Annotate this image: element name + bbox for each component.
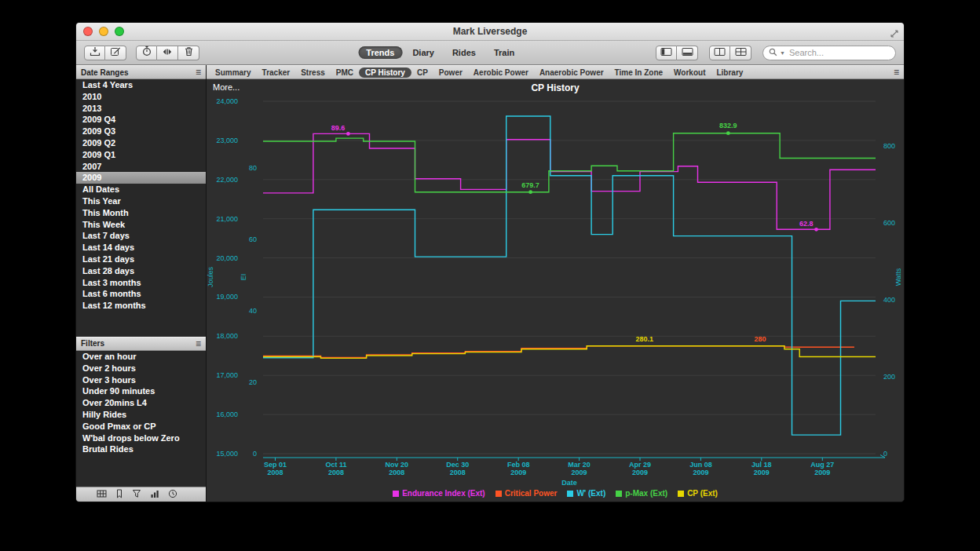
delete-button[interactable] (178, 46, 199, 60)
tab-cp[interactable]: CP (411, 68, 433, 77)
date-range-item-2009-q3[interactable]: 2009 Q3 (76, 126, 206, 137)
svg-text:2008: 2008 (450, 469, 466, 476)
date-range-item-2010[interactable]: 2010 (76, 91, 206, 103)
filter-item-over-an-hour[interactable]: Over an hour (76, 351, 206, 363)
tab-anaerobic-power[interactable]: Anaerobic Power (534, 68, 609, 77)
date-range-item-last-12-months[interactable]: Last 12 months (76, 300, 206, 312)
svg-text:22,000: 22,000 (216, 176, 238, 184)
title-bar: Mark Liversedge (76, 23, 904, 41)
svg-text:600: 600 (883, 219, 895, 227)
tab-time-in-zone[interactable]: Time In Zone (609, 68, 669, 77)
clock-icon[interactable] (168, 487, 177, 502)
view-segment-diary[interactable]: Diary (404, 46, 442, 59)
tab-pmc[interactable]: PMC (331, 68, 359, 77)
date-range-item-this-month[interactable]: This Month (76, 207, 206, 219)
search-input[interactable] (788, 47, 890, 58)
search-scope-caret-icon[interactable]: ▼ (780, 50, 785, 56)
tab-power[interactable]: Power (433, 68, 468, 77)
filter-item-over-20mins-l4[interactable]: Over 20mins L4 (76, 397, 206, 409)
filter-item-good-pmax-or-cp[interactable]: Good Pmax or CP (76, 421, 206, 432)
tab-library[interactable]: Library (711, 68, 748, 77)
svg-text:Date: Date (561, 479, 577, 487)
tab-aerobic-power[interactable]: Aerobic Power (468, 68, 534, 77)
svg-text:400: 400 (883, 296, 895, 304)
bookmark-icon[interactable] (115, 487, 123, 502)
date-range-item-last-3-months[interactable]: Last 3 months (76, 277, 206, 289)
tabbar-menu-icon[interactable]: ≡ (894, 68, 899, 77)
filter-item-w-bal-drops-below-zero[interactable]: W'bal drops below Zero (76, 432, 206, 444)
close-button[interactable] (83, 27, 93, 36)
date-ranges-menu-icon[interactable]: ≡ (196, 68, 201, 77)
view-segment-train[interactable]: Train (486, 46, 522, 59)
intervals-icon (162, 46, 173, 60)
svg-text:20,000: 20,000 (216, 254, 238, 262)
filter-item-under-90-minutes[interactable]: Under 90 minutes (76, 385, 206, 397)
date-range-item-last-14-days[interactable]: Last 14 days (76, 242, 206, 254)
tab-stress[interactable]: Stress (295, 68, 331, 77)
fullscreen-icon[interactable] (890, 27, 898, 41)
legend-swatch (393, 491, 399, 497)
svg-text:Jul 18: Jul 18 (751, 461, 772, 469)
svg-text:Aug 27: Aug 27 (810, 461, 834, 469)
grid-view-icon[interactable] (97, 487, 107, 502)
cp-history-chart[interactable]: 15,00016,00017,00018,00019,00020,00021,0… (207, 79, 905, 502)
date-range-item-2013[interactable]: 2013 (76, 103, 206, 115)
view-segment-trends[interactable]: Trends (358, 46, 402, 59)
svg-text:2009: 2009 (572, 469, 587, 476)
chart-more-link[interactable]: More... (213, 82, 240, 92)
layout-single-button[interactable] (709, 46, 730, 60)
svg-text:800: 800 (883, 142, 895, 150)
main-panel: SummaryTrackerStressPMCCP HistoryCPPower… (207, 65, 904, 502)
date-range-item-2007[interactable]: 2007 (76, 161, 206, 173)
date-range-item-last-21-days[interactable]: Last 21 days (76, 254, 206, 265)
sidebar-toggle-button[interactable] (656, 46, 677, 60)
save-button[interactable] (84, 46, 105, 60)
chart-bars-icon[interactable] (150, 487, 159, 502)
date-range-item-2009-q2[interactable]: 2009 Q2 (76, 137, 206, 149)
date-range-item-last-6-months[interactable]: Last 6 months (76, 288, 206, 300)
date-range-item-all-dates[interactable]: All Dates (76, 184, 206, 195)
legend-label: W' (Ext) (576, 489, 605, 498)
svg-text:60: 60 (249, 235, 257, 243)
svg-text:2009: 2009 (754, 469, 770, 476)
filter-item-hilly-rides[interactable]: Hilly Rides (76, 409, 206, 421)
filters-menu-icon[interactable]: ≡ (196, 339, 201, 348)
legend-label: Endurance Index (Ext) (402, 489, 485, 498)
svg-text:2009: 2009 (693, 469, 708, 476)
filter-item-over-2-hours[interactable]: Over 2 hours (76, 363, 206, 374)
svg-text:2008: 2008 (328, 469, 344, 476)
date-range-item-this-year[interactable]: This Year (76, 195, 206, 207)
intervals-button[interactable] (157, 46, 178, 60)
svg-text:17,000: 17,000 (216, 371, 238, 379)
search-field[interactable]: ▼ (762, 46, 896, 60)
date-range-item-2009-q4[interactable]: 2009 Q4 (76, 114, 206, 126)
tab-cp-history[interactable]: CP History (359, 68, 411, 78)
date-ranges-list: Last 4 Years201020132009 Q42009 Q32009 Q… (76, 79, 206, 312)
view-segment-rides[interactable]: Rides (444, 46, 484, 59)
svg-text:16,000: 16,000 (216, 411, 238, 418)
date-range-item-last-7-days[interactable]: Last 7 days (76, 230, 206, 242)
legend-swatch (567, 491, 573, 497)
layout-tiled-button[interactable] (730, 46, 751, 60)
tab-summary[interactable]: Summary (210, 68, 257, 77)
date-range-item-last-28-days[interactable]: Last 28 days (76, 265, 206, 277)
lowbar-toggle-button[interactable] (677, 46, 698, 60)
date-range-item-last-4-years[interactable]: Last 4 Years (76, 79, 206, 91)
filter-funnel-icon[interactable] (132, 487, 141, 502)
stopwatch-button[interactable] (136, 46, 157, 60)
filter-item-brutal-rides[interactable]: Brutal Rides (76, 443, 206, 455)
legend-item-cp-ext: CP (Ext) (678, 489, 718, 498)
edit-button[interactable] (105, 46, 126, 60)
date-range-item-2009-q1[interactable]: 2009 Q1 (76, 149, 206, 161)
chart-area: More... CP History 15,00016,00017,00018,… (207, 79, 904, 502)
date-range-item-this-week[interactable]: This Week (76, 219, 206, 231)
tab-workout[interactable]: Workout (668, 68, 711, 77)
tab-tracker[interactable]: Tracker (257, 68, 296, 77)
layout-tiled-icon (735, 46, 747, 60)
date-range-item-2009[interactable]: 2009 (76, 172, 206, 184)
search-icon (769, 46, 777, 60)
filter-item-over-3-hours[interactable]: Over 3 hours (76, 374, 206, 386)
zoom-button[interactable] (115, 27, 124, 36)
minimize-button[interactable] (99, 27, 108, 36)
svg-text:2008: 2008 (389, 469, 404, 476)
